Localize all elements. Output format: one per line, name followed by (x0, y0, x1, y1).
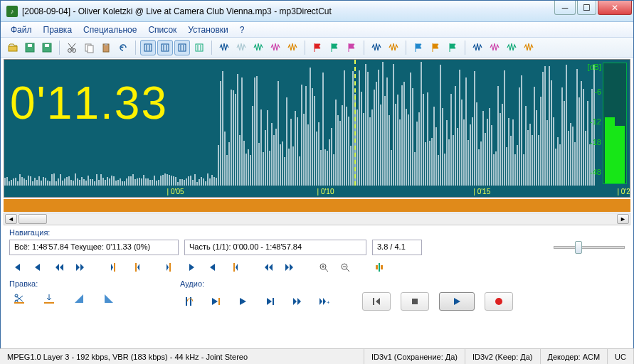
db-label: -12 (590, 117, 601, 126)
edit-fadeout-button[interactable] (99, 292, 119, 305)
menu-special[interactable]: Специальное (78, 23, 142, 36)
stop-button[interactable] (401, 292, 429, 311)
save-icon[interactable] (22, 40, 38, 55)
scroll-thumb[interactable] (19, 214, 47, 224)
edit-fadein-button[interactable] (69, 292, 89, 305)
waveform-display[interactable]: 0'11.33 | 0'05| 0'10| 0'15| 0'20 [dB]-6-… (4, 59, 630, 198)
nav-split-button[interactable] (372, 261, 386, 274)
maximize-button[interactable]: ☐ (577, 1, 596, 15)
svg-rect-18 (233, 263, 235, 272)
status-decoder: Декодер: ACM (541, 349, 608, 364)
close-button[interactable]: ✕ (598, 1, 632, 15)
wav5-icon[interactable] (285, 40, 300, 55)
nav-markbar-button[interactable] (107, 261, 122, 274)
nav-next2-button[interactable] (73, 261, 88, 274)
h3-icon[interactable] (445, 40, 460, 55)
mark-ab-icon[interactable] (174, 40, 190, 55)
edit-inser-button[interactable] (39, 292, 59, 305)
current-time-display: 0'11.33 (10, 77, 168, 129)
mark-b-icon[interactable] (157, 40, 173, 55)
nav-prev-button[interactable] (206, 261, 220, 274)
menu-file[interactable]: Файл (5, 23, 38, 36)
cue-icon[interactable] (191, 40, 207, 55)
nav-all-field[interactable]: Всё: 1:48'57.84 Текущее: 0'11.33 (0%) (9, 240, 179, 255)
mark-a-icon[interactable] (140, 40, 156, 55)
f3-icon[interactable] (344, 40, 359, 55)
svg-rect-0 (9, 46, 17, 51)
nav-markbar2-button[interactable] (129, 261, 143, 274)
play-selection-button[interactable] (207, 295, 224, 308)
svg-rect-21 (379, 263, 380, 272)
edit-label: Правка: (9, 279, 159, 288)
nav-prev2-button[interactable] (261, 261, 275, 274)
zoom-slider[interactable] (554, 246, 625, 249)
cut-icon[interactable] (64, 40, 80, 55)
minimize-button[interactable]: ─ (554, 1, 576, 15)
nav-zoomout-button[interactable] (338, 261, 352, 274)
nav-prev2-button[interactable] (52, 261, 66, 274)
nav-markbar2-button[interactable] (227, 261, 241, 274)
wav3-icon[interactable] (250, 40, 266, 55)
g2-icon[interactable] (386, 40, 401, 55)
i2-icon[interactable] (487, 40, 502, 55)
paste-icon[interactable] (98, 40, 114, 55)
g1-icon[interactable] (369, 40, 384, 55)
scroll-right-icon[interactable]: ► (617, 214, 629, 224)
audio-panel: Аудио: + (180, 279, 625, 311)
loop-button[interactable] (180, 295, 197, 308)
h1-icon[interactable] (411, 40, 426, 55)
f1-icon[interactable] (310, 40, 325, 55)
svg-rect-31 (373, 298, 374, 305)
wav2-icon[interactable] (233, 40, 249, 55)
nav-markbar-button[interactable] (163, 261, 177, 274)
db-label: [dB] (587, 63, 601, 71)
menu-help[interactable]: ? (234, 23, 250, 36)
nav-part-field[interactable]: Часть (1/1): 0'00.00 - 1:48'57.84 (184, 240, 366, 255)
ffplus-button[interactable]: + (315, 295, 332, 308)
status-id3v2: ID3v2 (Keep: Да) (465, 349, 541, 364)
i4-icon[interactable] (521, 40, 537, 55)
audio-label: Аудио: (180, 279, 625, 288)
svg-rect-12 (162, 44, 169, 51)
ff-button[interactable] (288, 295, 305, 308)
svg-rect-24 (14, 302, 24, 304)
slider-knob[interactable] (575, 241, 582, 254)
time-tick: | 0'10 (317, 188, 334, 196)
menu-list[interactable]: Список (142, 23, 182, 36)
play-to-button[interactable] (261, 295, 278, 308)
menu-edit[interactable]: Правка (38, 23, 78, 36)
selection-strip[interactable] (4, 199, 630, 212)
rewind-button[interactable] (362, 292, 391, 311)
copy-icon[interactable] (81, 40, 97, 55)
menu-settings[interactable]: Установки (182, 23, 233, 36)
h2-icon[interactable] (428, 40, 443, 55)
play-button[interactable] (439, 292, 475, 311)
nav-zoomin-button[interactable] (317, 261, 331, 274)
i3-icon[interactable] (504, 40, 519, 55)
horizontal-scrollbar[interactable]: ◄ ► (4, 213, 630, 225)
wav1-icon[interactable] (216, 40, 232, 55)
toolbar (1, 38, 633, 58)
open-icon[interactable] (5, 40, 21, 55)
nav-prev-button[interactable] (31, 261, 45, 274)
svg-rect-13 (179, 44, 186, 51)
nav-next-button[interactable] (184, 261, 199, 274)
undo-icon[interactable] (115, 40, 131, 55)
nav-ratio-field[interactable]: 3.8 / 4.1 (372, 240, 422, 255)
svg-rect-14 (196, 44, 203, 51)
nav-next2-button[interactable] (282, 261, 297, 274)
nav-first-button[interactable] (9, 261, 23, 274)
db-scale: [dB]-6-12-18-48 (584, 60, 601, 186)
time-ruler: | 0'05| 0'10| 0'15| 0'20 (4, 186, 630, 197)
navigation-label: Навигация: (9, 228, 625, 237)
record-button[interactable] (485, 292, 513, 311)
wav4-icon[interactable] (268, 40, 283, 55)
scroll-left-icon[interactable]: ◄ (5, 214, 17, 224)
f2-icon[interactable] (327, 40, 342, 55)
status-codec: MPEG1.0 Layer 3 - 192 kbps, VBR (183 kbp… (0, 349, 364, 364)
play-from-button[interactable] (234, 295, 251, 308)
app-icon: ♪ (6, 6, 18, 17)
save-sel-icon[interactable] (39, 40, 55, 55)
i1-icon[interactable] (470, 40, 485, 55)
edit-sciss-button[interactable] (9, 292, 29, 305)
